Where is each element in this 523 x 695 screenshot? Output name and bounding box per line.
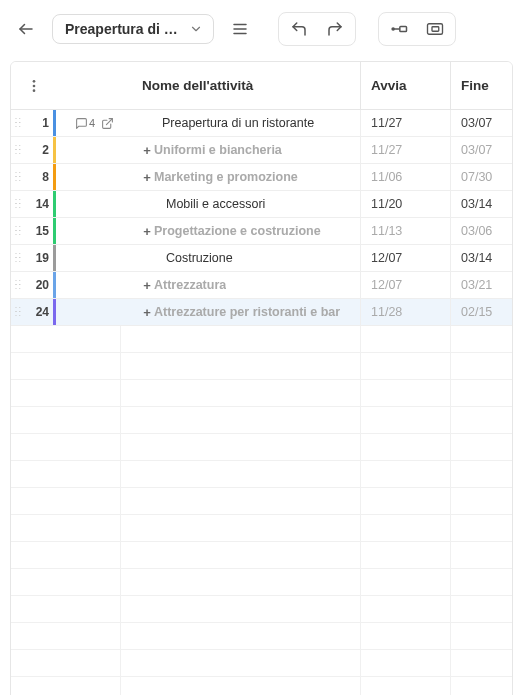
task-row[interactable]: ∷∷14Mobili e accessori11/2003/14 xyxy=(11,191,512,218)
column-header-start[interactable]: Avvia xyxy=(360,62,450,109)
row-number: 15 xyxy=(25,218,53,244)
svg-rect-4 xyxy=(400,27,407,32)
expand-toggle[interactable]: + xyxy=(142,143,152,158)
drag-handle[interactable]: ∷∷ xyxy=(11,137,25,163)
layout-button[interactable] xyxy=(417,15,453,43)
end-date-cell[interactable]: 07/30 xyxy=(450,164,512,190)
undo-button[interactable] xyxy=(281,15,317,43)
task-name-cell[interactable]: +Uniformi e biancheria xyxy=(120,137,360,163)
end-date-cell[interactable]: 03/07 xyxy=(450,137,512,163)
svg-rect-7 xyxy=(428,24,443,35)
drag-handle[interactable]: ∷∷ xyxy=(11,164,25,190)
task-name-cell[interactable]: +Attrezzature per ristoranti e bar xyxy=(120,299,360,325)
chevron-down-icon xyxy=(189,22,203,36)
svg-point-10 xyxy=(32,84,35,87)
drag-handle[interactable]: ∷∷ xyxy=(11,272,25,298)
task-name-cell[interactable]: +Marketing e promozione xyxy=(120,164,360,190)
svg-point-11 xyxy=(32,89,35,92)
row-number: 8 xyxy=(25,164,53,190)
empty-row[interactable] xyxy=(11,407,512,434)
start-date-cell[interactable]: 11/27 xyxy=(360,137,450,163)
row-extra xyxy=(56,272,120,298)
drag-handle[interactable]: ∷∷ xyxy=(11,299,25,325)
task-row[interactable]: ∷∷20+Attrezzatura12/0703/21 xyxy=(11,272,512,299)
empty-row[interactable] xyxy=(11,623,512,650)
task-name: Mobili e accessori xyxy=(166,197,265,211)
task-name-cell[interactable]: +Progettazione e costruzione xyxy=(120,218,360,244)
task-name-cell[interactable]: +Attrezzatura xyxy=(120,272,360,298)
expand-toggle[interactable]: + xyxy=(142,278,152,293)
end-date-cell[interactable]: 03/07 xyxy=(450,110,512,136)
toolbar: Preapertura di u… xyxy=(0,0,523,57)
end-date-cell[interactable]: 03/21 xyxy=(450,272,512,298)
start-date-cell[interactable]: 11/13 xyxy=(360,218,450,244)
start-date-cell[interactable]: 12/07 xyxy=(360,272,450,298)
empty-row[interactable] xyxy=(11,488,512,515)
drag-handle[interactable]: ∷∷ xyxy=(11,245,25,271)
empty-row[interactable] xyxy=(11,542,512,569)
row-number: 2 xyxy=(25,137,53,163)
task-name: Uniformi e biancheria xyxy=(154,143,282,157)
end-date-cell[interactable]: 03/14 xyxy=(450,245,512,271)
expand-toggle[interactable]: + xyxy=(142,170,152,185)
empty-row[interactable] xyxy=(11,461,512,488)
end-date-cell[interactable]: 02/15 xyxy=(450,299,512,325)
outdent-button[interactable] xyxy=(381,15,417,43)
start-date-cell[interactable]: 11/27 xyxy=(360,110,450,136)
empty-row[interactable] xyxy=(11,650,512,677)
header-row: Nome dell'attività Avvia Fine xyxy=(11,62,512,110)
drag-handle[interactable]: ∷∷ xyxy=(11,110,25,136)
task-name-cell[interactable]: Costruzione xyxy=(120,245,360,271)
svg-rect-8 xyxy=(432,27,439,32)
column-header-end[interactable]: Fine xyxy=(450,62,512,109)
sheet-title: Preapertura di u… xyxy=(65,21,183,37)
external-link-icon[interactable] xyxy=(101,117,114,130)
row-number: 19 xyxy=(25,245,53,271)
empty-row[interactable] xyxy=(11,515,512,542)
start-date-cell[interactable]: 11/20 xyxy=(360,191,450,217)
row-number: 24 xyxy=(25,299,53,325)
end-date-cell[interactable]: 03/06 xyxy=(450,218,512,244)
row-number: 14 xyxy=(25,191,53,217)
empty-row[interactable] xyxy=(11,677,512,695)
column-header-name[interactable]: Nome dell'attività xyxy=(120,62,360,109)
task-name-cell[interactable]: Mobili e accessori xyxy=(120,191,360,217)
drag-handle[interactable]: ∷∷ xyxy=(11,218,25,244)
task-row[interactable]: ∷∷8+Marketing e promozione11/0607/30 xyxy=(11,164,512,191)
task-row[interactable]: ∷∷24+Attrezzature per ristoranti e bar11… xyxy=(11,299,512,326)
row-extra xyxy=(56,218,120,244)
task-row[interactable]: ∷∷2+Uniformi e biancheria11/2703/07 xyxy=(11,137,512,164)
expand-toggle[interactable]: + xyxy=(142,305,152,320)
row-extra xyxy=(56,245,120,271)
start-date-cell[interactable]: 12/07 xyxy=(360,245,450,271)
comment-badge[interactable]: 4 xyxy=(75,117,95,130)
row-number: 20 xyxy=(25,272,53,298)
empty-row[interactable] xyxy=(11,380,512,407)
task-row[interactable]: ∷∷14Preapertura di un ristorante11/2703/… xyxy=(11,110,512,137)
start-date-cell[interactable]: 11/28 xyxy=(360,299,450,325)
empty-row[interactable] xyxy=(11,596,512,623)
task-row[interactable]: ∷∷19Costruzione12/0703/14 xyxy=(11,245,512,272)
end-date-cell[interactable]: 03/14 xyxy=(450,191,512,217)
task-name-cell[interactable]: Preapertura di un ristorante xyxy=(120,110,360,136)
drag-handle[interactable]: ∷∷ xyxy=(11,191,25,217)
view-group xyxy=(378,12,456,46)
empty-row[interactable] xyxy=(11,353,512,380)
row-extra: 4 xyxy=(56,110,120,136)
sheet-title-dropdown[interactable]: Preapertura di u… xyxy=(52,14,214,44)
redo-button[interactable] xyxy=(317,15,353,43)
svg-point-5 xyxy=(392,28,394,30)
task-name: Attrezzatura xyxy=(154,278,226,292)
back-button[interactable] xyxy=(10,13,42,45)
task-row[interactable]: ∷∷15+Progettazione e costruzione11/1303/… xyxy=(11,218,512,245)
svg-line-12 xyxy=(106,118,112,124)
empty-row[interactable] xyxy=(11,569,512,596)
empty-row[interactable] xyxy=(11,434,512,461)
start-date-cell[interactable]: 11/06 xyxy=(360,164,450,190)
row-menu-button[interactable] xyxy=(26,78,42,94)
expand-toggle[interactable]: + xyxy=(142,224,152,239)
row-extra xyxy=(56,299,120,325)
menu-button[interactable] xyxy=(224,13,256,45)
task-name: Progettazione e costruzione xyxy=(154,224,321,238)
empty-row[interactable] xyxy=(11,326,512,353)
